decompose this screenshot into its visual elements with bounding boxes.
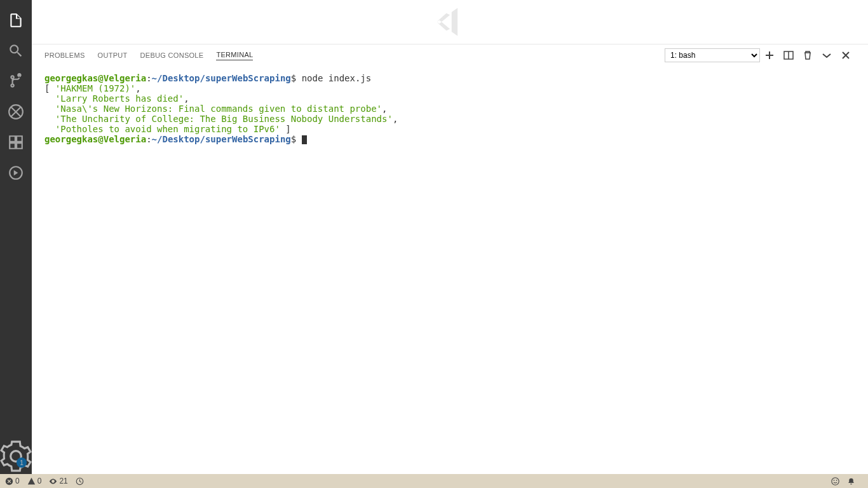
warning-icon: [27, 477, 36, 485]
tab-output[interactable]: OUTPUT: [98, 50, 128, 60]
cursor: [302, 135, 307, 144]
live-share-icon[interactable]: [0, 158, 32, 188]
terminal-select[interactable]: 1: bash: [665, 48, 760, 62]
status-watch[interactable]: 21: [49, 477, 67, 485]
status-feedback[interactable]: [831, 477, 839, 485]
svg-point-5: [832, 477, 839, 484]
eye-icon: [49, 477, 57, 485]
status-clock[interactable]: [76, 477, 84, 485]
extensions-icon[interactable]: [0, 127, 32, 158]
terminal-command: node index.js: [302, 73, 372, 83]
status-bar: 0 0 21: [0, 474, 868, 488]
maximize-panel-icon[interactable]: [817, 50, 836, 60]
error-icon: [5, 477, 13, 485]
panel-tabs: PROBLEMS OUTPUT DEBUG CONSOLE TERMINAL 1…: [32, 44, 868, 65]
kill-terminal-icon[interactable]: [798, 50, 817, 60]
svg-point-6: [834, 480, 835, 481]
new-terminal-icon[interactable]: [760, 50, 779, 60]
settings-badge: 1: [17, 458, 27, 468]
activity-bar: 1: [0, 0, 32, 474]
svg-point-7: [836, 480, 837, 481]
editor-watermark: [32, 0, 868, 44]
bell-icon: [847, 477, 855, 485]
close-panel-icon[interactable]: [836, 50, 855, 60]
search-icon[interactable]: [0, 36, 32, 66]
smiley-icon: [831, 477, 839, 485]
status-errors[interactable]: 0: [5, 477, 20, 485]
terminal-output[interactable]: georgegkas@Velgeria:~/Desktop/superWebSc…: [32, 65, 868, 474]
vscode-logo-icon: [428, 4, 472, 39]
tab-terminal[interactable]: TERMINAL: [216, 50, 253, 60]
prompt-path: ~/Desktop/superWebScraping: [152, 73, 291, 83]
split-terminal-icon[interactable]: [779, 50, 798, 60]
clock-icon: [76, 477, 84, 485]
source-control-icon[interactable]: [0, 66, 32, 97]
tab-problems[interactable]: PROBLEMS: [44, 50, 85, 60]
status-notifications[interactable]: [847, 477, 855, 485]
tab-debug-console[interactable]: DEBUG CONSOLE: [140, 50, 204, 60]
settings-icon[interactable]: 1: [0, 441, 32, 471]
explorer-icon[interactable]: [0, 5, 32, 36]
debug-icon[interactable]: [0, 97, 32, 127]
prompt-user: georgegkas@Velgeria: [44, 73, 146, 83]
status-warnings[interactable]: 0: [27, 477, 42, 485]
editor-area: PROBLEMS OUTPUT DEBUG CONSOLE TERMINAL 1…: [32, 0, 868, 474]
